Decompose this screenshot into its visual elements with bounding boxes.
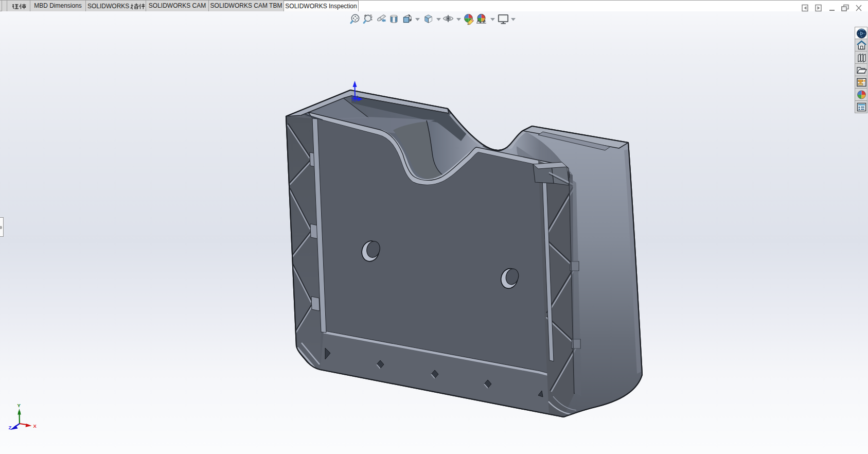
svg-text:Y: Y	[17, 403, 21, 408]
svg-text:Z: Z	[9, 425, 12, 430]
svg-text:SOLIDWORKS: SOLIDWORKS	[87, 3, 129, 10]
svg-text:X: X	[33, 423, 37, 429]
